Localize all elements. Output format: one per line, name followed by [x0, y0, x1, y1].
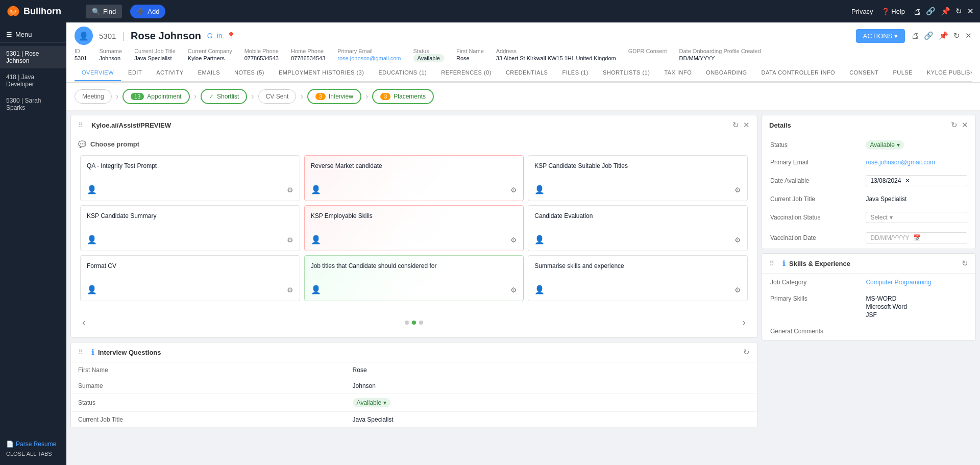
tab-shortlists[interactable]: SHORTLISTS (1): [596, 65, 657, 81]
tab-credentials[interactable]: CREDENTIALS: [499, 65, 555, 81]
dropdown-arrow-icon[interactable]: ▾: [383, 399, 386, 406]
prompt-sliders-icon[interactable]: ⚙: [287, 236, 293, 244]
date-available-input[interactable]: 13/08/2024 ✕: [866, 175, 967, 186]
prompt-sliders-icon[interactable]: ⚙: [287, 286, 293, 294]
help-link[interactable]: ❓ Help: [881, 8, 905, 15]
calendar-icon[interactable]: 📅: [913, 234, 921, 241]
vaccination-status-select[interactable]: Select ▾: [866, 212, 967, 223]
prompt-ksp-suitable-titles[interactable]: KSP Candidate Suitable Job Titles 👤 ⚙: [528, 155, 748, 201]
header-print-icon[interactable]: 🖨: [911, 31, 919, 40]
close-all-tabs-button[interactable]: CLOSE ALL TABS: [6, 451, 60, 457]
tab-tax-info[interactable]: TAX INFO: [657, 65, 699, 81]
prompt-icons: 👤 ⚙: [534, 185, 741, 194]
prompt-ksp-summary[interactable]: KSP Candidate Summary 👤 ⚙: [80, 205, 300, 251]
pin-icon[interactable]: 📌: [941, 7, 950, 16]
close-icon[interactable]: ✕: [967, 7, 974, 16]
clear-date-icon[interactable]: ✕: [905, 177, 910, 184]
drag-handle-icon[interactable]: ⠿: [78, 349, 83, 356]
pipeline-meeting[interactable]: Meeting: [75, 89, 112, 104]
sidebar-item-sarah-sparks[interactable]: 5300 | Sarah Sparks: [0, 93, 66, 115]
skills-refresh-icon[interactable]: ↻: [962, 259, 968, 268]
link-icon[interactable]: 🔗: [926, 7, 936, 16]
carousel-next-button[interactable]: ›: [738, 314, 750, 330]
tab-activity[interactable]: ACTIVITY: [149, 65, 191, 81]
table-row: Vaccination Status Select ▾: [763, 208, 974, 227]
interview-refresh-icon[interactable]: ↻: [743, 348, 750, 357]
tab-data-controller[interactable]: DATA CONTROLLER INFO: [754, 65, 843, 81]
pipeline-shortlist[interactable]: ✓ Shortlist: [201, 89, 247, 104]
drag-handle-icon[interactable]: ⠿: [769, 260, 774, 267]
find-button[interactable]: 🔍 Find: [86, 5, 122, 18]
add-button[interactable]: ➕ Add: [130, 5, 165, 18]
prompt-evaluation[interactable]: Candidate Evaluation 👤 ⚙: [528, 205, 748, 251]
tab-files[interactable]: FILES (1): [555, 65, 596, 81]
table-row: Status Available ▾: [763, 136, 974, 154]
carousel-dot-2[interactable]: [412, 321, 416, 325]
refresh-icon[interactable]: ↻: [955, 7, 962, 16]
prompt-name: QA - Integrity Test Prompt: [87, 162, 293, 170]
tab-references[interactable]: REFERENCES (0): [434, 65, 499, 81]
vaccination-date-input[interactable]: DD/MM/YYYY 📅: [866, 232, 967, 243]
header-pin-icon[interactable]: 📌: [939, 31, 948, 40]
sidebar-item-java-developer[interactable]: 418 | Java Developer: [0, 69, 66, 92]
prompt-sliders-icon[interactable]: ⚙: [734, 286, 741, 294]
tab-overview[interactable]: OVERVIEW: [75, 65, 121, 81]
pipeline-appointment[interactable]: 13 Appointment: [122, 89, 190, 104]
prompt-name: Job titles that Candidate should conside…: [311, 262, 518, 271]
prompt-ksp-skills[interactable]: KSP Employable Skills 👤 ⚙: [304, 205, 524, 251]
prompt-sliders-icon[interactable]: ⚙: [510, 286, 517, 294]
carousel-dot-3[interactable]: [419, 321, 423, 325]
dropdown-arrow-icon[interactable]: ▾: [897, 141, 900, 149]
interview-panel-header: ⠿ ℹ Interview Questions ↻: [71, 342, 757, 362]
pipeline-interview[interactable]: 3 Interview: [307, 89, 361, 104]
brand-logo: Bullhorn: [6, 5, 78, 17]
pipeline-cv-sent[interactable]: CV Sent: [258, 89, 297, 104]
linkedin-link[interactable]: in: [217, 32, 223, 40]
prompt-reverse-market[interactable]: Reverse Market candidate 👤 ⚙: [304, 155, 524, 201]
drag-handle-icon[interactable]: ⠿: [78, 121, 83, 129]
sidebar-item-rose-johnson[interactable]: 5301 | Rose Johnson: [0, 46, 66, 68]
prompt-sliders-icon[interactable]: ⚙: [734, 236, 741, 244]
details-close-icon[interactable]: ✕: [962, 120, 968, 130]
current-job-title-detail-label: Current Job Title: [763, 191, 857, 207]
table-row: Primary Skills MS-WORD Microsoft Word JS…: [763, 291, 974, 323]
prompt-sliders-icon[interactable]: ⚙: [510, 186, 517, 194]
kyloe-refresh-icon[interactable]: ↻: [732, 120, 739, 130]
carousel-prev-button[interactable]: ‹: [78, 314, 90, 330]
prompt-summarise-skills[interactable]: Summarise skills and experience 👤 ⚙: [528, 255, 748, 301]
vaccination-status-label: Vaccination Status: [763, 208, 857, 227]
header-link-icon[interactable]: 🔗: [924, 31, 934, 40]
privacy-link[interactable]: Privacy: [851, 8, 873, 15]
details-panel-actions: ↻ ✕: [951, 120, 968, 130]
prompt-sliders-icon[interactable]: ⚙: [287, 186, 293, 194]
prompt-sliders-icon[interactable]: ⚙: [734, 186, 741, 194]
tab-emails[interactable]: EMAILS: [191, 65, 227, 81]
menu-toggle[interactable]: ☰ Menu: [0, 27, 66, 43]
tab-onboarding[interactable]: ONBOARDING: [699, 65, 754, 81]
prompt-name: Summarise skills and experience: [534, 262, 741, 271]
header-close-icon[interactable]: ✕: [965, 31, 972, 40]
carousel-dot-1[interactable]: [405, 321, 409, 325]
prompt-sliders-icon[interactable]: ⚙: [510, 236, 517, 244]
pipeline-placements[interactable]: 3 Placements: [372, 89, 434, 104]
print-icon[interactable]: 🖨: [913, 7, 921, 16]
actions-button[interactable]: ACTIONS ▾: [856, 29, 905, 43]
tab-edit[interactable]: EDIT: [121, 65, 149, 81]
tab-consent[interactable]: CONSENT: [842, 65, 886, 81]
tab-kyloe-publish[interactable]: KYLOE PUBLISH: [920, 65, 972, 81]
tab-pulse[interactable]: PULSE: [886, 65, 920, 81]
header-refresh-icon[interactable]: ↻: [953, 31, 960, 40]
prompt-qa-integrity[interactable]: QA - Integrity Test Prompt 👤 ⚙: [80, 155, 300, 201]
tab-educations[interactable]: EDUCATIONS (1): [371, 65, 434, 81]
job-category-label: Job Category: [763, 275, 857, 290]
vaccination-date-label: Vaccination Date: [763, 228, 857, 248]
prompt-format-cv[interactable]: Format CV 👤 ⚙: [80, 255, 300, 301]
kyloe-close-icon[interactable]: ✕: [743, 120, 750, 130]
details-refresh-icon[interactable]: ↻: [951, 120, 958, 130]
tab-employment[interactable]: EMPLOYMENT HISTORIES (3): [272, 65, 371, 81]
google-link[interactable]: G: [207, 32, 213, 40]
prompt-job-titles[interactable]: Job titles that Candidate should conside…: [304, 255, 524, 301]
tab-notes[interactable]: NOTES (5): [227, 65, 272, 81]
status-field-value: Available ▾: [859, 136, 974, 154]
parse-resume-link[interactable]: 📄 Parse Resume: [6, 440, 60, 448]
